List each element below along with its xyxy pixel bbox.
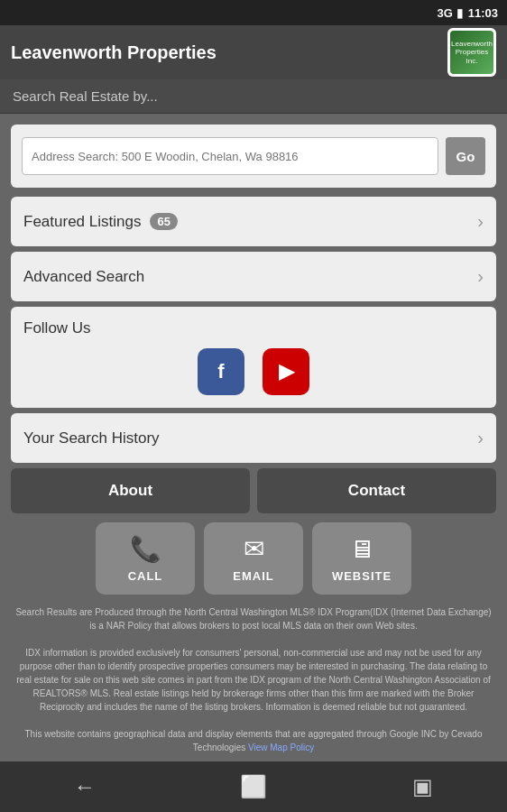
home-button[interactable]: ⬜ [226,769,281,805]
app-title: Leavenworth Properties [11,42,217,63]
back-button[interactable]: ← [58,769,112,805]
advanced-search-item[interactable]: Advanced Search › [11,252,496,301]
nav-bar: ← ⬜ ▣ [0,761,507,812]
app-logo: LeavenworthPropertiesInc. [447,28,496,77]
website-icon: 🖥 [349,534,374,564]
featured-listings-card: Featured Listings 65 › [11,197,496,246]
signal-icons: 3G ▮ [437,6,462,20]
email-label: EMAIL [233,569,273,583]
call-icon: 📞 [130,534,161,564]
signal-text: 3G [437,6,452,20]
status-bar: 3G ▮ 11:03 [0,0,507,25]
search-card: Go [11,125,496,188]
youtube-button[interactable]: ▶ [263,348,309,395]
advanced-search-card: Advanced Search › [11,252,496,301]
follow-us-title: Follow Us [23,319,484,337]
facebook-icon: f [217,360,224,383]
advanced-search-label: Advanced Search [23,268,144,286]
featured-listings-item[interactable]: Featured Listings 65 › [11,197,496,246]
sub-header-text: Search Real Estate by... [13,88,158,104]
advanced-search-chevron: › [477,266,484,287]
youtube-icon: ▶ [279,360,294,383]
call-label: CALL [128,569,163,583]
search-history-label: Your Search History [23,429,160,448]
featured-listings-left: Featured Listings 65 [23,213,178,231]
website-button[interactable]: 🖥 WEBSITE [312,522,411,595]
sub-header: Search Real Estate by... [0,79,507,114]
featured-listings-badge: 65 [150,213,177,230]
search-history-card: Your Search History › [11,413,496,463]
search-input[interactable] [22,137,438,175]
featured-listings-chevron: › [477,211,484,232]
time-display: 11:03 [468,6,498,20]
about-button[interactable]: About [11,468,250,513]
app-header: Leavenworth Properties LeavenworthProper… [0,25,507,79]
email-button[interactable]: ✉ EMAIL [204,522,303,595]
logo-text: LeavenworthPropertiesInc. [451,40,493,66]
recent-icon: ▣ [412,774,433,799]
action-buttons-row: About Contact [11,468,496,513]
home-icon: ⬜ [240,774,267,799]
call-button[interactable]: 📞 CALL [96,522,195,595]
social-icons-row: f ▶ [23,348,484,395]
facebook-button[interactable]: f [198,348,244,395]
battery-icon: ▮ [456,6,463,20]
logo-inner: LeavenworthPropertiesInc. [450,31,493,74]
view-map-policy-link[interactable]: View Map Policy [248,743,314,752]
recent-apps-button[interactable]: ▣ [395,769,449,805]
icon-action-row: 📞 CALL ✉ EMAIL 🖥 WEBSITE [11,522,496,595]
disclaimer-text: Search Results are Produced through the … [11,605,496,754]
search-row: Go [22,137,485,175]
search-history-chevron: › [477,428,484,448]
email-icon: ✉ [244,534,264,564]
main-content: Go Featured Listings 65 › Advanced Searc… [0,114,507,805]
website-label: WEBSITE [332,569,392,583]
go-button[interactable]: Go [446,137,485,175]
contact-button[interactable]: Contact [257,468,496,513]
featured-listings-label: Featured Listings [23,213,141,231]
search-history-item[interactable]: Your Search History › [11,413,496,463]
follow-us-card: Follow Us f ▶ [11,307,496,408]
back-icon: ← [74,774,96,799]
